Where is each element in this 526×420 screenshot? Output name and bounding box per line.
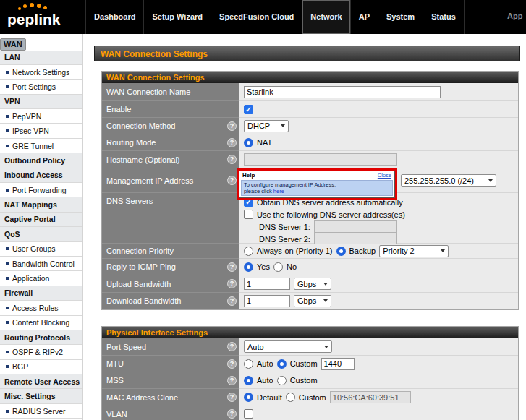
sidebar-item-bandwidth-control[interactable]: Bandwidth Control [0,257,82,271]
bullet-icon [6,85,9,88]
row-download-bandwidth: Download Bandwidth? Gbps [102,293,518,309]
mac-address-input[interactable] [330,391,411,403]
icmp-yes-radio[interactable] [244,262,253,272]
sidebar-item-pepvpn[interactable]: PepVPN [0,109,82,124]
sidebar-item-port-forwarding[interactable]: Port Forwarding [0,183,82,197]
backup-radio[interactable] [336,247,346,256]
tab-ap[interactable]: AP [350,0,378,34]
field-label: Enable [106,105,131,113]
radio-label: NAT [257,138,272,147]
bullet-icon [6,247,9,250]
sidebar-item-label: Port Settings [12,82,56,91]
sidebar-item-lan[interactable]: LAN [0,51,82,65]
bullet-icon [6,145,9,147]
sidebar-item-wan[interactable]: WAN [0,38,26,51]
mtu-value-input[interactable] [321,358,355,370]
mss-custom-radio[interactable] [277,376,287,385]
priority-select[interactable]: Priority 2 [379,245,449,257]
icmp-no-radio[interactable] [273,262,283,272]
port-speed-select[interactable]: Auto [244,340,332,353]
sidebar-item-firewall[interactable]: Firewall [0,286,82,301]
sidebar-item-application[interactable]: Application [0,271,82,286]
tab-system[interactable]: System [378,0,423,34]
dropdown-arrow-icon [281,124,285,127]
upload-unit-select[interactable]: Gbps [294,278,331,290]
always-on-radio[interactable] [244,247,253,256]
mac-default-radio[interactable] [244,393,253,402]
sidebar-item-nat-mappings[interactable]: NAT Mappings [0,197,82,212]
sidebar-item-captive-portal[interactable]: Captive Portal [0,213,82,227]
help-icon[interactable]: ? [227,138,237,147]
sidebar-item-label: Content Blocking [12,318,69,327]
download-unit-select[interactable]: Gbps [294,295,331,307]
download-bandwidth-input[interactable] [244,295,290,307]
help-icon[interactable]: ? [227,376,237,385]
page-title: WAN Connection Settings [94,46,520,61]
help-here-link[interactable]: here [273,188,284,194]
mtu-custom-radio[interactable] [277,359,287,369]
sidebar-item-bgp[interactable]: BGP [0,360,82,374]
sidebar-item-outbound-policy[interactable]: Outbound Policy [0,153,82,168]
dns-server-1-input[interactable] [314,220,397,233]
sidebar-item-routing-protocols[interactable]: Routing Protocols [0,330,82,345]
logo-dot-icon [23,4,27,8]
sidebar: WAN LAN Network Settings Port Settings V… [0,34,83,420]
dns-manual-checkbox[interactable] [244,210,253,219]
sidebar-item-access-rules[interactable]: Access Rules [0,301,82,315]
logo-dot-icon [30,3,34,7]
sidebar-item-ospf-ripv2[interactable]: OSPF & RIPv2 [0,345,82,359]
tab-dashboard[interactable]: Dashboard [85,0,143,34]
sidebar-item-port-settings[interactable]: Port Settings [0,80,82,94]
help-close-link[interactable]: Close [378,172,391,179]
field-label: MSS [106,376,124,385]
help-icon[interactable]: ? [227,121,237,131]
tab-network[interactable]: Network [302,0,349,34]
sidebar-item-user-groups[interactable]: User Groups [0,242,82,257]
upload-bandwidth-input[interactable] [244,278,290,290]
enable-checkbox[interactable]: ✓ [244,105,253,114]
sidebar-item-gre-tunnel[interactable]: GRE Tunnel [0,139,82,153]
help-icon[interactable]: ? [227,409,237,419]
help-icon[interactable]: ? [227,279,237,288]
field-label: Routing Mode [106,138,156,147]
help-icon[interactable]: ? [227,296,237,306]
sidebar-item-radius-server[interactable]: RADIUS Server [0,404,82,419]
mtu-auto-radio[interactable] [244,359,253,369]
peplink-logo[interactable]: peplink [7,1,84,33]
help-icon[interactable]: ? [227,342,237,351]
connection-method-select[interactable]: DHCP [244,120,289,132]
sidebar-item-misc-settings[interactable]: Misc. Settings [0,389,82,403]
vlan-checkbox[interactable] [244,409,253,419]
help-icon[interactable]: ? [227,176,237,185]
mss-auto-radio[interactable] [244,376,253,385]
tab-setup-wizard[interactable]: Setup Wizard [143,0,211,34]
logo-dot-icon [18,7,21,10]
mac-custom-radio[interactable] [286,393,295,402]
sidebar-item-vpn[interactable]: VPN [0,95,82,109]
sidebar-item-network-settings[interactable]: Network Settings [0,65,82,80]
help-icon[interactable]: ? [227,393,237,402]
field-label: Download Bandwidth [106,296,181,305]
sidebar-item-remote-user-access[interactable]: Remote User Access [0,374,82,389]
tab-status[interactable]: Status [423,0,465,34]
help-icon[interactable]: ? [227,155,237,164]
row-port-speed: Port Speed? Auto [102,338,518,356]
row-mss: MSS? Auto Custom [102,372,518,389]
apply-changes-partial: App [507,12,522,20]
bullet-icon [6,321,9,324]
logo-dot-icon [43,6,47,9]
sidebar-item-qos[interactable]: QoS [0,227,82,241]
row-mac-address-clone: MAC Address Clone? Default Custom [102,389,518,406]
sidebar-item-inbound-access[interactable]: Inbound Access [0,168,82,183]
tab-speedfusion-cloud[interactable]: SpeedFusion Cloud [211,0,302,34]
sidebar-item-ipsec-vpn[interactable]: IPsec VPN [0,124,82,138]
sidebar-item-label: GRE Tunnel [12,142,54,150]
subnet-mask-select[interactable]: 255.255.255.0 (/24) [401,174,496,187]
sidebar-item-content-blocking[interactable]: Content Blocking [0,316,82,330]
nat-radio[interactable] [244,138,253,147]
sidebar-item-label: RADIUS Server [12,407,66,416]
hostname-input[interactable] [244,153,397,166]
help-icon[interactable]: ? [227,359,237,369]
help-icon[interactable]: ? [227,262,237,272]
wan-connection-name-input[interactable] [244,86,441,98]
